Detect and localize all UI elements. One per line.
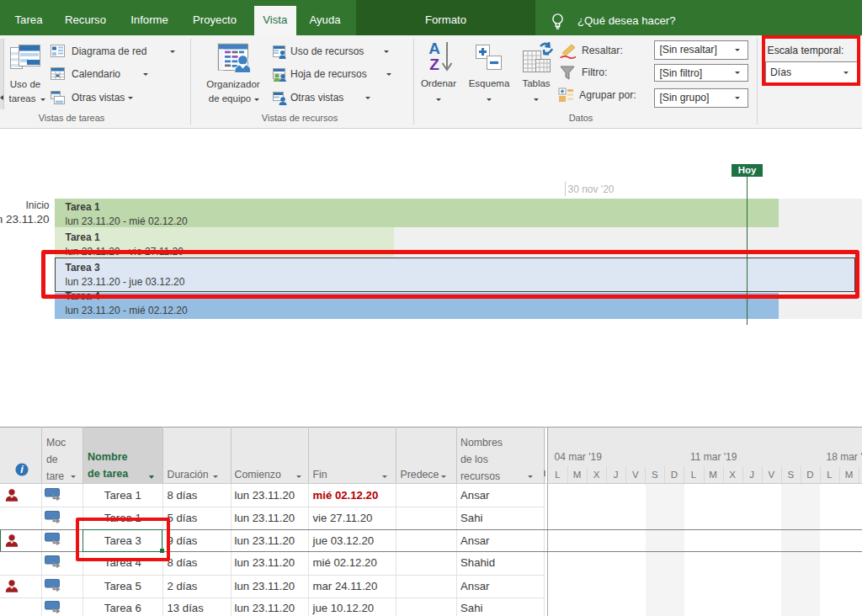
svg-text:i: i	[20, 463, 24, 475]
